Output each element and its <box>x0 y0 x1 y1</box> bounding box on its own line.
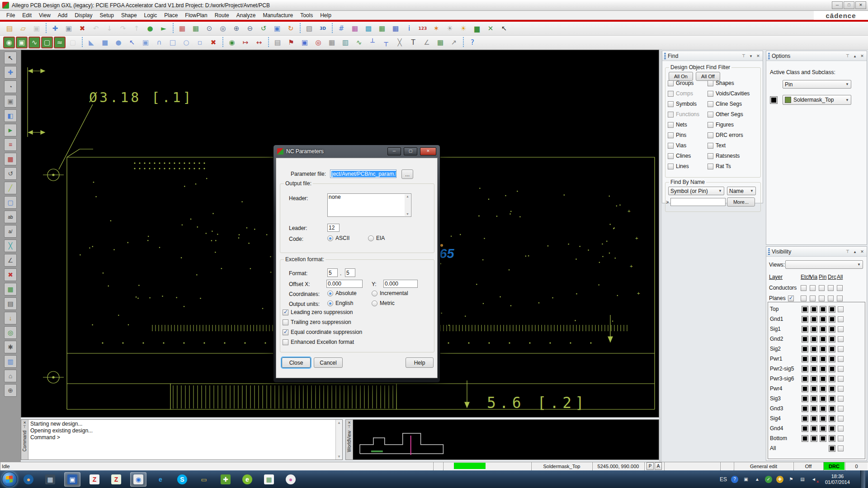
photo-viewer-icon[interactable]: ▦ <box>261 473 277 486</box>
left-history-clock-icon[interactable]: ◔ <box>4 80 17 93</box>
visibility-checkbox[interactable] <box>802 405 808 412</box>
menu-file[interactable]: File <box>3 11 19 19</box>
menu-shape[interactable]: Shape <box>118 11 141 19</box>
visibility-checkbox[interactable] <box>829 316 835 323</box>
visibility-checkbox[interactable] <box>829 336 835 343</box>
find-filter-vias[interactable]: Vias <box>668 142 708 149</box>
units-english-radio[interactable]: English <box>327 300 353 306</box>
sheet-table-icon[interactable]: ▦ <box>434 36 447 49</box>
left-target-tool-icon[interactable]: ◎ <box>4 326 17 339</box>
updater-icon[interactable]: ✚ <box>776 476 783 483</box>
left-cut-teal-icon[interactable]: ╳ <box>4 239 17 252</box>
views-select[interactable]: ▼ <box>785 260 863 269</box>
shine-off-icon[interactable]: ☀ <box>443 22 456 35</box>
flag-tool-icon[interactable]: ⚑ <box>285 36 297 49</box>
visibility-checkbox[interactable] <box>829 375 835 382</box>
window-restore-icon[interactable]: ▣ <box>742 476 750 483</box>
header-etch[interactable]: Etch <box>801 274 810 280</box>
view-3d-icon[interactable]: 3D <box>316 22 329 35</box>
grid-red-icon[interactable]: ▦ <box>176 22 189 35</box>
visibility-checkbox[interactable] <box>829 415 835 422</box>
left-star-tool-icon[interactable]: ✱ <box>4 341 17 353</box>
visibility-checkbox[interactable] <box>802 336 808 343</box>
left-spin-tool-icon[interactable]: ↺ <box>4 167 17 180</box>
visibility-checkbox[interactable] <box>829 326 835 333</box>
left-list-tool-icon[interactable]: ≡ <box>4 138 17 151</box>
visibility-checkbox[interactable] <box>829 435 835 442</box>
find-filter-nets[interactable]: Nets <box>668 122 708 128</box>
pin-icon[interactable]: ⊤ <box>845 249 850 254</box>
arc-tool-icon[interactable]: ∩ <box>153 36 165 49</box>
menu-place[interactable]: Place <box>160 11 181 19</box>
find-filter-symbols[interactable]: Symbols <box>668 101 708 107</box>
format-int-input[interactable]: 5 <box>327 268 338 277</box>
text-tool-icon[interactable]: T <box>407 36 420 49</box>
header-pin[interactable]: Pin <box>819 274 828 280</box>
visibility-checkbox[interactable] <box>820 316 826 323</box>
visibility-checkbox[interactable] <box>820 356 826 362</box>
menu-display[interactable]: Display <box>71 11 96 19</box>
visibility-checkbox[interactable] <box>838 396 844 402</box>
visibility-checkbox[interactable] <box>829 356 835 362</box>
find-filter-pins[interactable]: Pins <box>668 132 708 138</box>
menu-route[interactable]: Route <box>211 11 233 19</box>
menu-help[interactable]: Help <box>316 11 335 19</box>
copy-icon[interactable]: ▣ <box>62 22 75 35</box>
visibility-checkbox[interactable] <box>820 375 826 382</box>
find-filter-cline-segs[interactable]: Cline Segs <box>708 101 755 107</box>
pin-icon[interactable]: ⊤ <box>741 54 746 58</box>
grid-small-icon[interactable]: ▦ <box>326 36 338 49</box>
visibility-checkbox[interactable] <box>802 306 808 313</box>
maximize-button[interactable]: □ <box>844 1 854 9</box>
board-view-icon[interactable]: ◉ <box>226 36 238 49</box>
left-delete-red-icon[interactable]: ✖ <box>4 268 17 281</box>
find-filter-ratsnests[interactable]: Ratsnests <box>708 153 755 159</box>
subclass-enable-checkbox[interactable] <box>770 96 778 104</box>
visibility-checkbox[interactable] <box>802 435 808 442</box>
checkbox-trailing-zero-suppression[interactable]: Trailing zero suppression <box>283 317 362 327</box>
zoom-fit-icon[interactable]: ▣ <box>271 22 283 35</box>
highlight-icon[interactable]: ● <box>144 22 156 35</box>
pin-down-icon[interactable]: ┬ <box>380 36 392 49</box>
checkbox-enhanced-excellon-format[interactable]: Enhanced Excellon format <box>283 337 362 347</box>
left-grid-green-icon[interactable]: ▦ <box>4 283 17 296</box>
console-close-icon[interactable]: ✕ <box>23 421 26 425</box>
visibility-checkbox[interactable] <box>838 366 844 372</box>
shape-delete-icon[interactable]: ✖ <box>207 36 220 49</box>
close-icon[interactable]: ✕ <box>859 54 865 58</box>
visibility-checkbox[interactable] <box>837 285 843 291</box>
a-button[interactable]: A <box>655 462 662 470</box>
visibility-checkbox[interactable] <box>838 386 844 392</box>
close-dialog-button[interactable]: Close <box>282 357 311 368</box>
corner-tool-icon[interactable]: ◣ <box>85 36 98 49</box>
left-copy-tool-icon[interactable]: ▣ <box>4 95 17 108</box>
left-table-tool-icon[interactable]: ▤ <box>4 297 17 310</box>
visibility-checkbox[interactable] <box>838 356 844 362</box>
visibility-checkbox[interactable] <box>811 385 817 392</box>
left-select-arrow-icon[interactable]: ↖ <box>4 52 17 64</box>
all-on-button[interactable]: All On <box>669 72 693 81</box>
label-123-icon[interactable]: 123 <box>416 22 429 35</box>
menu-manufacture[interactable]: Manufacture <box>259 11 297 19</box>
visibility-checkbox[interactable] <box>811 375 817 382</box>
visibility-checkbox[interactable] <box>820 395 826 402</box>
subclass-select[interactable]: Soldermask_Top ▼ <box>783 95 851 105</box>
pin-icon[interactable]: ⊤ <box>845 54 850 58</box>
header-via[interactable]: Via <box>810 274 819 280</box>
visibility-checkbox[interactable] <box>820 405 826 412</box>
visibility-checkbox[interactable] <box>820 385 826 392</box>
p-button[interactable]: P <box>646 462 654 470</box>
visibility-checkbox[interactable] <box>829 405 835 412</box>
find-panel-header[interactable]: Find ⊤ ▾ ✕ <box>662 51 763 61</box>
visibility-checkbox[interactable] <box>838 406 844 412</box>
visibility-checkbox[interactable] <box>802 375 808 382</box>
waveform-icon[interactable]: ▆ <box>471 22 483 35</box>
visibility-checkbox[interactable] <box>820 425 826 432</box>
visibility-checkbox[interactable] <box>819 296 825 301</box>
find-type-select[interactable]: Symbol (or Pin)▼ <box>668 187 724 195</box>
visibility-checkbox[interactable] <box>802 316 808 323</box>
worldview-minimap[interactable] <box>353 420 659 460</box>
dialog-title-bar[interactable]: NC Parameters ─ ▢ ✕ <box>276 145 438 158</box>
select-mode-icon[interactable]: ↖ <box>498 22 510 35</box>
zoom-points-icon[interactable]: ⊙ <box>203 22 216 35</box>
